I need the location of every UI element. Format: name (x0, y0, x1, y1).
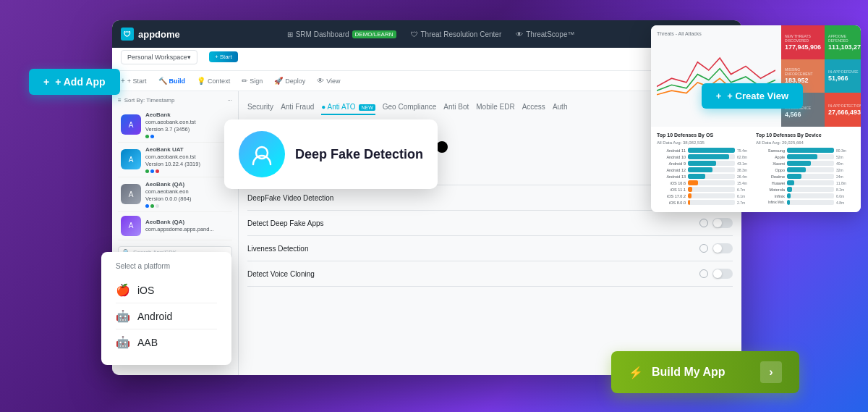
device-chart-title: Top 10 Defenses By Device (756, 133, 852, 138)
stat-in-app-defense: IN-APP DEFENSE 51,966 (825, 59, 861, 93)
create-view-label: + Create View (727, 91, 788, 101)
chart-title: Threats - All Attacks (657, 31, 775, 36)
app-info-aeobank-qa: AeoBank (QA) com.aeobank.eon Version 0.0… (145, 181, 191, 208)
workspace-label: Personal Workspace (127, 54, 187, 61)
feature-label: Liveness Detection (247, 245, 309, 253)
tab-antiato[interactable]: ● Anti ATO NEW (321, 100, 375, 115)
tab-start[interactable]: + + Start (121, 77, 147, 85)
ios-icon: 🍎 (116, 283, 130, 297)
aab-icon: 🤖 (116, 335, 130, 349)
toggle-switch-5[interactable] (712, 269, 733, 279)
feature-label: Detect Deep Fake Apps (247, 219, 324, 227)
app-info-aeobank: AeoBank com.aeobank.eon.tst Version 3.7 … (145, 112, 196, 138)
app-item-aeobank-qa2[interactable]: A AeoBank (QA) com.appsdome.apps.pand... (118, 212, 232, 240)
app-icon-aeobank-qa2: A (121, 216, 141, 236)
tab-view[interactable]: 👁 View (317, 77, 340, 85)
deploy-tab-icon: 🚀 (274, 77, 283, 85)
app-icon-aeobank-qa: A (121, 184, 141, 204)
feature-liveness: Liveness Detection (247, 236, 733, 261)
feature-controls-5 (699, 269, 733, 279)
os-chart-subtitle: All Data Avg: 38,082,535 (657, 140, 753, 145)
grid-icon: ⊞ (287, 30, 293, 38)
device-chart-subtitle: All Data Avg: 29,025,664 (756, 140, 852, 145)
tab-bar: + + Start 🔨 Build 💡 Context ✏ Sign 🚀 Dep… (112, 71, 741, 91)
device-bar-6: Motorola 8.2m (756, 187, 852, 192)
more-icon: ··· (227, 97, 232, 104)
threatscope[interactable]: 👁 ThreatScope™ (516, 30, 574, 38)
tab-auth[interactable]: Auth (553, 100, 568, 115)
tab-antibot[interactable]: Anti Bot (443, 100, 469, 115)
tab-build[interactable]: 🔨 Build (158, 77, 186, 85)
logo-text: appdome (138, 29, 180, 40)
stats-grid: NEW THREATS DISCOVERED 177,945,906 APPDO… (781, 25, 861, 127)
platform-title: Select a platform (116, 262, 217, 270)
build-my-app-button[interactable]: ⚡ Build My App › (611, 351, 799, 393)
android-icon: 🤖 (116, 309, 130, 323)
os-bar-1: Android 10 62.8m (657, 154, 753, 159)
threat-resolution[interactable]: 🛡 Threat Resolution Center (411, 30, 502, 38)
toggle-switch-3[interactable] (712, 218, 733, 228)
new-badge: NEW (359, 104, 375, 111)
tab-access[interactable]: Access (522, 100, 545, 115)
dashboard-top: Threats - All Attacks NEW THREATS DISCOV… (651, 25, 861, 127)
device-bar-chart: Top 10 Defenses By Device All Data Avg: … (756, 133, 855, 206)
plus-icon-create: + (716, 91, 722, 101)
start-tab-icon: + (121, 77, 125, 85)
add-app-label: + Add App (55, 76, 105, 88)
dashboard-bottom: Top 10 Defenses By OS All Data Avg: 38,0… (651, 127, 861, 212)
app-icon-aeobank-uat: A (121, 149, 141, 169)
srm-dashboard[interactable]: ⊞ SRM Dashboard DEMO/LEARN (287, 30, 396, 38)
feature-controls-3 (699, 218, 733, 228)
deepfake-card: Deep Fake Detection (224, 119, 438, 189)
android-label: Android (137, 311, 172, 322)
os-bar-chart: Top 10 Defenses By OS All Data Avg: 38,0… (657, 133, 756, 206)
feature-label: Detect Voice Cloning (247, 270, 315, 278)
chart-area: Threats - All Attacks (651, 25, 781, 127)
tab-antifraud[interactable]: Anti Fraud (281, 100, 314, 115)
radio-button-3[interactable] (699, 219, 708, 227)
create-view-button[interactable]: + + Create View (702, 83, 803, 109)
tab-security[interactable]: Security (247, 100, 273, 115)
plus-icon: + (43, 76, 49, 88)
os-bar-3: Android 12 38.3m (657, 167, 753, 172)
app-item-aeobank-uat[interactable]: A AeoBank UAT com.aeobank.eon.tst Versio… (118, 143, 232, 177)
platform-ios[interactable]: 🍎 iOS (116, 277, 217, 303)
stat-new-threats: NEW THREATS DISCOVERED 177,945,906 (781, 25, 825, 59)
top-nav: 🛡 appdome ⊞ SRM Dashboard DEMO/LEARN 🛡 T… (112, 20, 741, 48)
nav-center: ⊞ SRM Dashboard DEMO/LEARN 🛡 Threat Reso… (219, 30, 642, 38)
tab-geo[interactable]: Geo Compliance (383, 100, 436, 115)
radio-button-5[interactable] (699, 269, 708, 278)
os-bar-6: iOS 11.1 6.7m (657, 187, 753, 192)
app-item-aeobank[interactable]: A AeoBank com.aeobank.eon.tst Version 3.… (118, 108, 232, 143)
app-info-aeobank-uat: AeoBank UAT com.aeobank.eon.tst Version … (145, 146, 200, 173)
device-bar-3: Oppo 32m (756, 167, 852, 172)
tab-context[interactable]: 💡 Context (197, 77, 230, 85)
app-info-aeobank-qa2: AeoBank (QA) com.appsdome.apps.pand... (145, 219, 214, 233)
context-tab-icon: 💡 (197, 77, 205, 85)
radio-button-4[interactable] (699, 244, 708, 253)
device-bar-1: Apple 52m (756, 154, 852, 159)
device-bar-0: Samsung 80.3m (756, 148, 852, 153)
platform-aab[interactable]: 🤖 AAB (116, 329, 217, 355)
os-bar-8: iOS 8.0.0 2.7m (657, 200, 753, 205)
sort-row: ≡ Sort By: Timestamp ··· (118, 97, 232, 104)
deepfake-shield-icon (239, 131, 285, 177)
tab-sign[interactable]: ✏ Sign (242, 77, 263, 85)
tab-deploy[interactable]: 🚀 Deploy (274, 77, 305, 85)
add-app-button[interactable]: + + Add App (29, 69, 120, 95)
device-bar-2: Xiaomi 40m (756, 161, 852, 166)
platform-android[interactable]: 🤖 Android (116, 303, 217, 329)
start-button[interactable]: + Start (209, 51, 238, 62)
deepfake-title: Deep Fake Detection (295, 147, 423, 162)
logo-area: 🛡 appdome (121, 28, 208, 41)
workspace-selector[interactable]: Personal Workspace ▾ (121, 50, 197, 64)
os-bar-0: Android 11 75.4m (657, 148, 753, 153)
chevron-down-workspace-icon: ▾ (187, 54, 191, 61)
os-bar-7: iOS 17.0.2 6.1m (657, 193, 753, 198)
build-tab-icon: 🔨 (158, 77, 167, 85)
toggle-switch-4[interactable] (712, 243, 733, 253)
dashboard-panel: Threats - All Attacks NEW THREATS DISCOV… (651, 25, 861, 212)
tab-mobile-edr[interactable]: Mobile EDR (476, 100, 514, 115)
app-item-aeobank-qa[interactable]: A AeoBank (QA) com.aeobank.eon Version 0… (118, 177, 232, 212)
shield-nav-icon: 🛡 (411, 30, 418, 38)
